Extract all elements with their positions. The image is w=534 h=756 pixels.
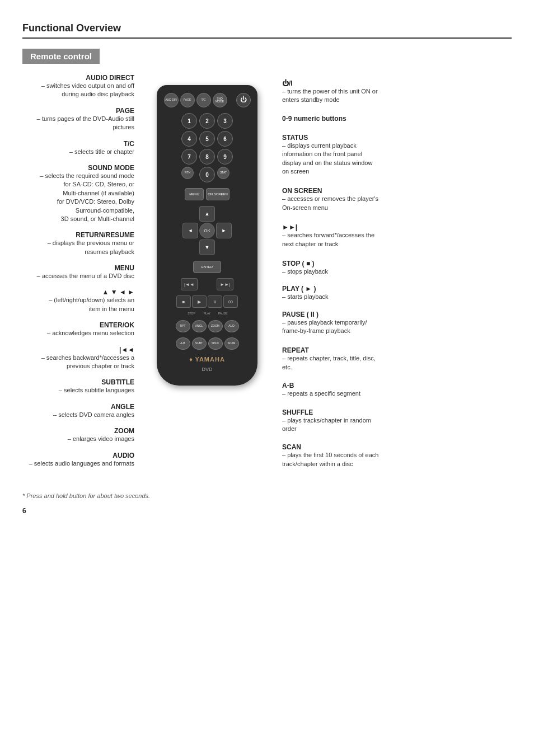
num-8-btn[interactable]: 8 xyxy=(199,149,215,165)
stop-title: STOP ( ■ ) xyxy=(282,260,512,267)
label-numeric: 0-9 numeric buttons xyxy=(282,115,512,123)
enter-btn[interactable]: ENTER xyxy=(193,261,221,273)
enter-ok-title: ENTER/OK xyxy=(47,321,134,329)
pause-btn[interactable]: II xyxy=(208,295,222,308)
sound-mode-title: SOUND MODE xyxy=(40,164,134,172)
audio-direct-btn[interactable]: AUD DIR xyxy=(164,93,179,107)
footnote: * Press and hold button for about two se… xyxy=(22,492,512,499)
num-2-btn[interactable]: 2 xyxy=(199,113,215,129)
menu-btn[interactable]: MENU xyxy=(185,188,204,200)
prev-chapter-title: |◄◄ xyxy=(41,346,134,354)
shuffle-desc: – plays tracks/chapter in randomorder xyxy=(282,416,512,434)
subtitle-btn[interactable]: SUBT xyxy=(192,337,207,350)
on-screen-btn[interactable]: ON SCREEN xyxy=(206,188,229,200)
next-track-btn[interactable]: ►►| xyxy=(217,278,233,290)
play-title: PLAY ( ► ) xyxy=(282,285,512,293)
num-6-btn[interactable]: 6 xyxy=(217,131,233,147)
label-page: PAGE – turns pages of the DVD-Audio stil… xyxy=(37,107,134,132)
page-btn[interactable]: PAGE xyxy=(180,93,195,107)
audio-title: AUDIO xyxy=(29,452,134,459)
enter-ok-desc: – acknowledges menu selection xyxy=(47,329,134,337)
page-number: 6 xyxy=(22,507,512,515)
label-prev-chapter: |◄◄ – searches backward*/accesses aprevi… xyxy=(41,346,134,371)
label-on-screen: ON SCREEN – accesses or removes the play… xyxy=(282,187,512,212)
page-desc: – turns pages of the DVD-Audio stillpict… xyxy=(37,115,134,132)
label-audio: AUDIO – selects audio languages and form… xyxy=(29,452,134,468)
menu-desc: – accesses the menu of a DVD disc xyxy=(37,272,134,280)
shuffle-btn[interactable]: SHUF xyxy=(208,337,223,350)
tc-btn[interactable]: T/C xyxy=(196,93,211,107)
status-title: STATUS xyxy=(282,134,512,142)
label-scan: SCAN – plays the first 10 seconds of eac… xyxy=(282,443,512,468)
numeric-title: 0-9 numeric buttons xyxy=(282,115,512,123)
tc-desc: – selects title or chapter xyxy=(69,148,134,156)
play-btn[interactable]: ▶ xyxy=(192,295,207,308)
ok-btn[interactable]: OK xyxy=(199,223,215,238)
prev-chapter-desc: – searches backward*/accesses aprevious … xyxy=(41,354,134,371)
frame-btn[interactable]: 00 xyxy=(223,295,238,308)
angle-btn[interactable]: ANGL xyxy=(192,320,207,332)
stop-label: STOP xyxy=(184,312,199,315)
pause-desc: – pauses playback temporarily/frame-by-f… xyxy=(282,318,512,336)
audio-direct-desc: – switches video output on and offduring… xyxy=(41,82,134,99)
power-title: ⏻/I xyxy=(282,79,512,87)
zoom-btn[interactable]: ZOOM xyxy=(208,320,223,332)
angle-desc: – selects DVD camera angles xyxy=(53,411,134,419)
right-labels: ⏻/I – turns the power of this unit ON or… xyxy=(274,74,512,475)
label-return-resume: RETURN/RESUME – displays the previous me… xyxy=(48,231,134,256)
menu-title: MENU xyxy=(37,264,134,272)
repeat-btn[interactable]: RPT xyxy=(176,320,190,332)
power-desc: – turns the power of this unit ON orente… xyxy=(282,87,512,105)
power-btn[interactable]: ⏻ xyxy=(236,93,251,107)
num-4-btn[interactable]: 4 xyxy=(181,131,197,147)
ab-btn[interactable]: A-B xyxy=(176,337,190,350)
on-screen-desc: – accesses or removes the player'sOn-scr… xyxy=(282,195,512,212)
on-screen-title: ON SCREEN xyxy=(282,187,512,195)
sound-mode-btn[interactable]: SND MODE xyxy=(213,93,227,107)
right-btn[interactable]: ► xyxy=(216,223,232,238)
stop-btn[interactable]: ■ xyxy=(176,295,191,308)
status-desc: – displays current playbackinformation o… xyxy=(282,142,512,176)
subtitle-title: SUBTITLE xyxy=(59,378,134,386)
brand-label: ♦ YAMAHA xyxy=(189,356,225,363)
audio-direct-title: AUDIO DIRECT xyxy=(41,74,134,82)
down-btn[interactable]: ▼ xyxy=(199,240,215,255)
label-subtitle: SUBTITLE – selects subtitle languages xyxy=(59,378,134,395)
audio-desc: – selects audio languages and formats xyxy=(29,459,134,468)
label-play: PLAY ( ► ) – starts playback xyxy=(282,285,512,301)
num-7-btn[interactable]: 7 xyxy=(181,149,197,165)
num-5-btn[interactable]: 5 xyxy=(199,131,215,147)
label-ab: A-B – repeats a specific segment xyxy=(282,382,512,398)
label-arrows: ▲ ▼ ◄ ► – (left/right/up/down) selects a… xyxy=(49,288,134,313)
label-repeat: REPEAT – repeats chapter, track, title, … xyxy=(282,346,512,372)
left-btn[interactable]: ◄ xyxy=(182,223,198,238)
next-chapter-desc: – searches forward*/accesses thenext cha… xyxy=(282,231,512,248)
return-resume-btn[interactable]: RTN xyxy=(181,167,194,179)
label-status: STATUS – displays current playbackinform… xyxy=(282,134,512,176)
scan-btn[interactable]: SCAN xyxy=(224,337,239,350)
label-enter-ok: ENTER/OK – acknowledges menu selection xyxy=(47,321,134,337)
content-area: AUDIO DIRECT – switches video output on … xyxy=(22,74,512,476)
arrows-desc: – (left/right/up/down) selects anitem in… xyxy=(49,296,134,313)
num-1-btn[interactable]: 1 xyxy=(181,113,197,129)
label-power: ⏻/I – turns the power of this unit ON or… xyxy=(282,79,512,105)
dvd-label: DVD xyxy=(202,367,212,372)
num-3-btn[interactable]: 3 xyxy=(217,113,233,129)
prev-track-btn[interactable]: |◄◄ xyxy=(181,278,198,290)
stop-desc: – stops playback xyxy=(282,267,512,276)
zoom-desc: – enlarges video images xyxy=(68,435,134,443)
page-title-lbl: PAGE xyxy=(37,107,134,115)
up-btn[interactable]: ▲ xyxy=(199,206,215,222)
label-audio-direct: AUDIO DIRECT – switches video output on … xyxy=(41,74,134,99)
tc-title: T/C xyxy=(69,140,134,148)
subtitle-desc: – selects subtitle languages xyxy=(59,386,134,395)
num-0-btn[interactable]: 0 xyxy=(199,167,215,182)
scan-title: SCAN xyxy=(282,443,512,451)
status-btn[interactable]: STAT xyxy=(217,167,229,179)
audio-btn[interactable]: AUD xyxy=(224,320,239,332)
ab-title: A-B xyxy=(282,382,512,389)
zoom-title: ZOOM xyxy=(68,427,134,435)
play-label: PLAY xyxy=(200,312,214,315)
num-9-btn[interactable]: 9 xyxy=(217,149,233,165)
label-tc: T/C – selects title or chapter xyxy=(69,140,134,156)
